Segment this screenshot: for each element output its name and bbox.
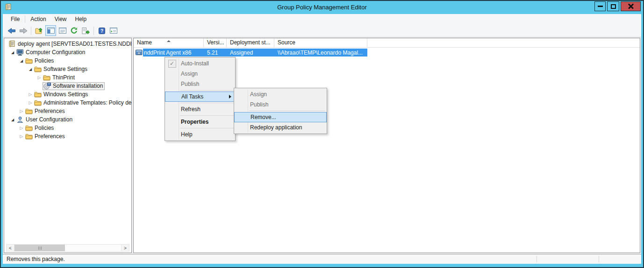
properties-window-button[interactable] bbox=[57, 25, 68, 36]
column-header-label: Versi... bbox=[207, 39, 224, 46]
tree-item-administrative-templates-policy-de[interactable]: ▷Administrative Templates: Policy de bbox=[4, 99, 131, 107]
expand-arrow-expanded[interactable]: ◢ bbox=[9, 50, 16, 55]
refresh-button[interactable] bbox=[69, 25, 79, 36]
menu-item-all-tasks[interactable]: All Tasks bbox=[165, 92, 235, 102]
folder-icon bbox=[34, 65, 42, 73]
menubar-separator bbox=[25, 15, 25, 23]
tree-item-policies[interactable]: ◢Policies bbox=[4, 56, 131, 65]
menu-separator bbox=[180, 103, 234, 103]
menu-separator bbox=[180, 128, 234, 128]
close-button[interactable] bbox=[621, 1, 641, 11]
menu-item-publish[interactable]: Publish bbox=[165, 79, 235, 89]
refresh-icon bbox=[71, 27, 78, 34]
tree-item-label: Administrative Templates: Policy de bbox=[42, 99, 132, 106]
menu-item-assign[interactable]: Assign bbox=[165, 69, 235, 79]
statusbar-divider bbox=[537, 256, 537, 262]
maximize-icon bbox=[611, 4, 616, 9]
expand-arrow-collapsed[interactable]: ▷ bbox=[18, 126, 25, 130]
menubar-item-view[interactable]: View bbox=[50, 14, 71, 24]
console-tree-pane: deploy agent [SERVTESAD01.TESTES.NDDIGIT… bbox=[4, 38, 132, 253]
menu-item-label: Publish bbox=[179, 81, 199, 87]
expand-arrow-collapsed[interactable]: ▷ bbox=[36, 75, 43, 80]
tree-item-software-settings[interactable]: ◢Software Settings bbox=[4, 65, 131, 73]
maximize-button[interactable] bbox=[607, 1, 619, 11]
tree-item-preferences[interactable]: ▷Preferences bbox=[4, 107, 131, 115]
tree-item-deploy-agent-servtesad01-testes-nddigita[interactable]: deploy agent [SERVTESAD01.TESTES.NDDIGIT… bbox=[4, 40, 131, 48]
menu-item-redeploy-application[interactable]: Redeploy application bbox=[234, 122, 327, 133]
user-icon bbox=[16, 116, 24, 123]
menu-separator bbox=[249, 111, 325, 111]
submenu-arrow-icon bbox=[229, 95, 231, 99]
scroll-left-button[interactable]: < bbox=[7, 245, 14, 251]
expand-arrow-expanded[interactable]: ◢ bbox=[27, 67, 34, 71]
tree-horizontal-scrollbar[interactable]: < > bbox=[6, 244, 129, 252]
menu-item-label: Publish bbox=[248, 101, 268, 108]
expand-arrow-expanded[interactable]: ◢ bbox=[9, 118, 16, 122]
menu-item-remove[interactable]: Remove... bbox=[234, 112, 327, 122]
column-header-name[interactable]: Name bbox=[134, 38, 204, 47]
tree-item-computer-configuration[interactable]: ◢Computer Configuration bbox=[4, 48, 131, 56]
tree-item-windows-settings[interactable]: ▷Windows Settings bbox=[4, 90, 131, 99]
statusbar-divider bbox=[599, 256, 599, 262]
menu-item-label: Assign bbox=[248, 91, 267, 98]
menu-item-label: Refresh bbox=[179, 106, 200, 113]
up-one-level-button[interactable] bbox=[34, 25, 44, 36]
column-header-source[interactable]: Source bbox=[274, 38, 367, 47]
list-row-nddprint-agent-x86[interactable]: nddPrint Agent x865.21Assigned\\Abraao\T… bbox=[134, 49, 640, 56]
menubar-item-action[interactable]: Action bbox=[26, 14, 50, 24]
expand-arrow-collapsed[interactable]: ▷ bbox=[27, 100, 34, 105]
context-menu: ✓Auto-InstallAssignPublishAll TasksRefre… bbox=[165, 57, 236, 141]
scroll-right-button[interactable]: > bbox=[121, 245, 129, 251]
tree-selection: Software installation bbox=[43, 82, 105, 90]
cell-deployment-st: Assigned bbox=[227, 49, 274, 56]
menu-item-label: Help bbox=[179, 131, 193, 138]
tree-item-user-configuration[interactable]: ◢User Configuration bbox=[4, 115, 131, 124]
column-header-deployment-st[interactable]: Deployment st... bbox=[227, 38, 274, 47]
expand-arrow-expanded[interactable]: ◢ bbox=[18, 59, 25, 63]
menu-item-refresh[interactable]: Refresh bbox=[165, 104, 235, 114]
menu-item-label: Redeploy application bbox=[248, 124, 302, 131]
computer-icon bbox=[16, 49, 24, 56]
export-list-button[interactable] bbox=[80, 25, 91, 36]
menu-item-label: Assign bbox=[179, 71, 198, 77]
tree-item-preferences[interactable]: ▷Preferences bbox=[4, 132, 131, 141]
expand-arrow-collapsed[interactable]: ▷ bbox=[18, 134, 25, 139]
scrollbar-thumb[interactable] bbox=[14, 245, 65, 251]
new-window-button[interactable] bbox=[108, 25, 119, 36]
cell-source: \\Abraao\TEMP\Leonardo Magal... bbox=[274, 49, 367, 56]
menu-item-auto-install[interactable]: ✓Auto-Install bbox=[165, 58, 235, 69]
tree-item-software-installation[interactable]: Software installation bbox=[4, 82, 131, 90]
menubar-item-help[interactable]: Help bbox=[71, 14, 91, 24]
tree-item-label: deploy agent [SERVTESAD01.TESTES.NDDIGIT… bbox=[16, 41, 132, 47]
titlebar[interactable]: Group Policy Management Editor bbox=[1, 1, 643, 14]
column-header-label: Name bbox=[137, 39, 152, 46]
menu-separator bbox=[180, 115, 234, 116]
menubar: FileActionViewHelp bbox=[3, 14, 641, 24]
tree-item-policies[interactable]: ▷Policies bbox=[4, 124, 131, 132]
tree-item-label: Policies bbox=[33, 57, 55, 64]
tree-item-thinprint[interactable]: ▷ThinPrint bbox=[4, 73, 131, 82]
tree-item-label: Software installation bbox=[51, 83, 104, 89]
checkmark-icon: ✓ bbox=[168, 60, 176, 68]
column-header-versi[interactable]: Versi... bbox=[204, 38, 227, 47]
menu-item-publish[interactable]: Publish bbox=[234, 99, 327, 110]
forward-button[interactable] bbox=[18, 25, 29, 36]
back-button[interactable] bbox=[6, 25, 17, 36]
toolbar-separator bbox=[93, 27, 94, 35]
window-controls bbox=[593, 1, 641, 11]
expand-arrow-collapsed[interactable]: ▷ bbox=[27, 92, 34, 97]
menu-item-label: Properties bbox=[179, 119, 208, 125]
minimize-button[interactable] bbox=[594, 1, 606, 11]
help-button[interactable]: ? bbox=[96, 25, 107, 36]
menu-item-properties[interactable]: Properties bbox=[165, 117, 235, 127]
forward-icon bbox=[19, 28, 28, 34]
expand-arrow-collapsed[interactable]: ▷ bbox=[18, 109, 25, 113]
menu-item-assign[interactable]: Assign bbox=[234, 89, 327, 99]
up-one-level-icon bbox=[35, 28, 43, 34]
menu-gutter: ✓ bbox=[165, 60, 179, 68]
app-chrome: FileActionViewHelp ? deploy agent [SERVT… bbox=[3, 14, 641, 264]
menu-item-label: All Tasks bbox=[179, 93, 203, 100]
menu-item-help[interactable]: Help bbox=[165, 129, 235, 140]
show-console-tree-button[interactable] bbox=[45, 25, 56, 36]
menubar-item-file[interactable]: File bbox=[7, 14, 24, 24]
